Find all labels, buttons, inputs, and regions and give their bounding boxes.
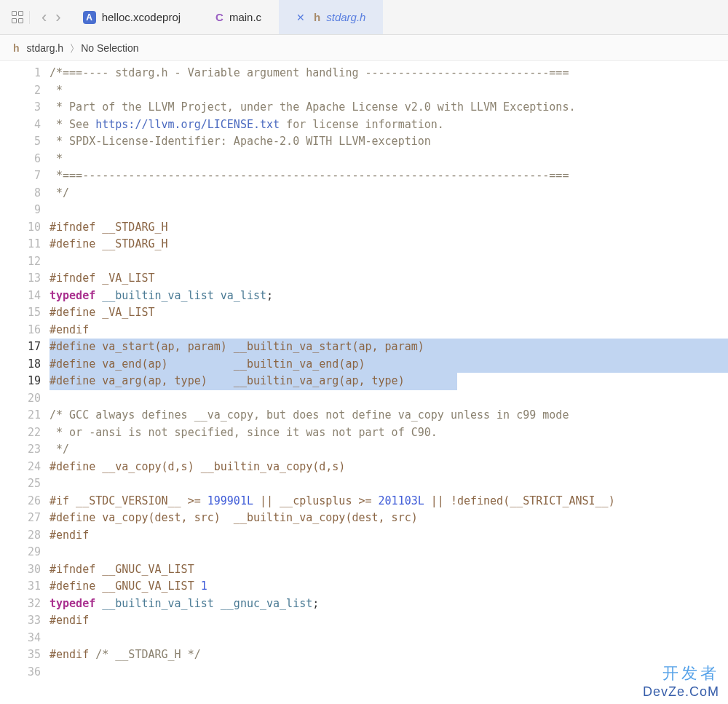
tab-label: main.c (229, 11, 261, 23)
line-number: 26 (0, 493, 41, 510)
code-line[interactable]: * (50, 151, 728, 168)
code-line[interactable]: */ (50, 441, 728, 459)
project-icon: A (83, 11, 96, 24)
code-line[interactable] (50, 544, 728, 561)
line-number: 9 (0, 202, 41, 219)
line-number: 35 (0, 646, 41, 664)
line-number: 8 (0, 185, 41, 202)
line-number: 33 (0, 612, 41, 630)
line-number: 22 (0, 424, 41, 442)
tab-helloc-xcodeproj[interactable]: Ahelloc.xcodeproj (66, 0, 198, 34)
tab-label: helloc.xcodeproj (102, 11, 181, 23)
file-h-icon: h (13, 42, 20, 54)
code-line[interactable]: #endif /* __STDARG_H */ (50, 646, 728, 664)
line-number: 30 (0, 561, 41, 579)
tab-main-c[interactable]: Cmain.c (198, 0, 279, 34)
line-number: 20 (0, 390, 41, 408)
code-line[interactable]: typedef __builtin_va_list va_list; (50, 288, 728, 305)
line-number: 7 (0, 167, 41, 185)
code-line[interactable]: #define _VA_LIST (50, 304, 728, 322)
code-line[interactable] (50, 390, 728, 408)
line-number: 32 (0, 596, 41, 613)
code-line[interactable] (50, 664, 728, 681)
watermark: 开发者 DevZe.CoM (643, 663, 719, 700)
breadcrumb-bar: h stdarg.h 〉 No Selection (0, 35, 728, 61)
line-number: 2 (0, 82, 41, 100)
line-number: 1 (0, 65, 41, 82)
code-line[interactable]: #define __va_copy(d,s) __builtin_va_copy… (50, 459, 728, 476)
code-line[interactable]: * See https://llvm.org/LICENSE.txt for l… (50, 116, 728, 134)
line-number: 15 (0, 304, 41, 322)
line-number: 12 (0, 253, 41, 271)
nav-back-icon[interactable]: ‹ (37, 8, 51, 27)
line-number: 31 (0, 578, 41, 596)
code-line[interactable]: #define va_start(ap, param) __builtin_va… (50, 339, 728, 356)
code-line[interactable]: #endif (50, 322, 728, 339)
tab-tools (12, 11, 30, 24)
line-number: 29 (0, 544, 41, 561)
breadcrumb-sep-icon: 〉 (71, 42, 74, 54)
code-line[interactable]: /* GCC always defines __va_copy, but doe… (50, 407, 728, 424)
code-line[interactable]: #endif (50, 527, 728, 545)
line-number: 24 (0, 459, 41, 476)
code-line[interactable]: typedef __builtin_va_list __gnuc_va_list… (50, 596, 728, 613)
line-number: 28 (0, 527, 41, 545)
code-line[interactable]: * or -ansi is not specified, since it wa… (50, 424, 728, 442)
code-line[interactable]: #if __STDC_VERSION__ >= 199901L || __cpl… (50, 493, 728, 510)
view-grid-icon[interactable] (12, 11, 25, 24)
tab-label: stdarg.h (326, 11, 365, 23)
code-line[interactable] (50, 475, 728, 493)
file-c-icon: C (215, 11, 223, 23)
line-number: 6 (0, 151, 41, 168)
code-line[interactable]: * SPDX-License-Identifier: Apache-2.0 WI… (50, 133, 728, 151)
line-number: 5 (0, 133, 41, 151)
code-line[interactable] (50, 630, 728, 647)
line-number: 16 (0, 322, 41, 339)
line-number: 10 (0, 219, 41, 237)
line-number: 19 (0, 373, 41, 390)
code-editor[interactable]: 1234567891011121314151617181920212223242… (0, 61, 728, 704)
code-area[interactable]: /*===---- stdarg.h - Variable argument h… (50, 61, 728, 704)
breadcrumb-file[interactable]: stdarg.h (27, 42, 64, 54)
code-line[interactable]: #ifndef __STDARG_H (50, 219, 728, 237)
tab-bar: ‹ › Ahelloc.xcodeprojCmain.c✕hstdarg.h (0, 0, 728, 35)
code-line[interactable]: #ifndef __GNUC_VA_LIST (50, 561, 728, 579)
close-icon[interactable]: ✕ (296, 12, 305, 23)
code-line[interactable]: * (50, 82, 728, 100)
line-number: 18 (0, 356, 41, 373)
code-line[interactable]: #define va_copy(dest, src) __builtin_va_… (50, 510, 728, 527)
line-number-gutter: 1234567891011121314151617181920212223242… (0, 61, 50, 704)
code-line[interactable]: * Part of the LLVM Project, under the Ap… (50, 99, 728, 116)
nav-forward-icon[interactable]: › (51, 8, 65, 27)
code-line[interactable]: *===------------------------------------… (50, 167, 728, 185)
code-line[interactable]: #define va_end(ap) __builtin_va_end(ap) (50, 356, 728, 373)
line-number: 14 (0, 288, 41, 305)
line-number: 11 (0, 236, 41, 253)
code-line[interactable]: */ (50, 185, 728, 202)
watermark-line2: DevZe.CoM (643, 684, 719, 700)
code-line[interactable]: #define __STDARG_H (50, 236, 728, 253)
tab-stdarg-h[interactable]: ✕hstdarg.h (279, 0, 383, 34)
line-number: 17 (0, 339, 41, 356)
line-number: 36 (0, 664, 41, 681)
watermark-line1: 开发者 (643, 663, 719, 684)
code-line[interactable]: #endif (50, 612, 728, 630)
code-line[interactable] (50, 202, 728, 219)
line-number: 13 (0, 270, 41, 288)
code-line[interactable] (50, 253, 728, 271)
line-number: 4 (0, 116, 41, 134)
code-line[interactable]: /*===---- stdarg.h - Variable argument h… (50, 65, 728, 82)
line-number: 25 (0, 475, 41, 493)
line-number: 23 (0, 441, 41, 459)
line-number: 3 (0, 99, 41, 116)
line-number: 27 (0, 510, 41, 527)
code-line[interactable]: #ifndef _VA_LIST (50, 270, 728, 288)
code-line[interactable]: #define va_arg(ap, type) __builtin_va_ar… (50, 373, 728, 390)
breadcrumb-selection[interactable]: No Selection (81, 42, 138, 54)
line-number: 21 (0, 407, 41, 424)
line-number: 34 (0, 630, 41, 647)
code-line[interactable]: #define __GNUC_VA_LIST 1 (50, 578, 728, 596)
file-h-icon: h (314, 11, 320, 23)
